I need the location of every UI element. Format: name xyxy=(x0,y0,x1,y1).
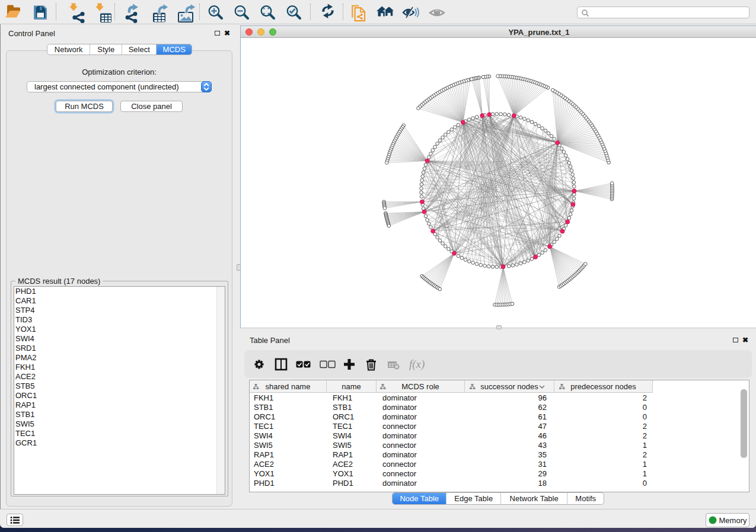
svg-text:f(x): f(x) xyxy=(409,358,425,371)
